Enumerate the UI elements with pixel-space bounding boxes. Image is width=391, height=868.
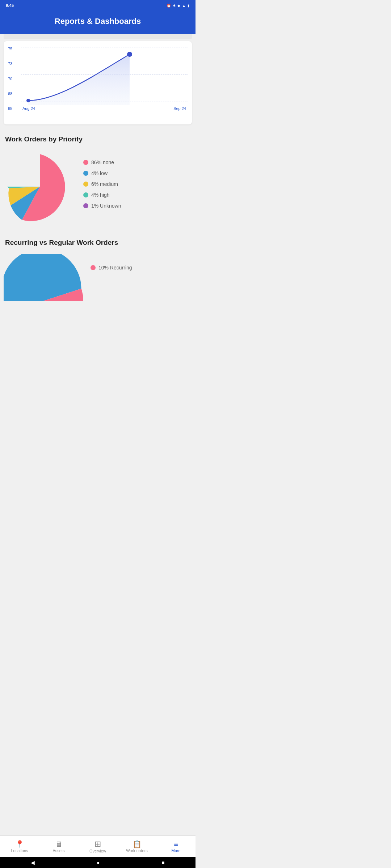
status-bar: 9:45 ⏰ ✱ ◆ ▲ ▮ xyxy=(0,0,196,10)
line-chart-card: 75 73 70 68 65 xyxy=(4,41,192,124)
y-label-73: 73 xyxy=(8,62,12,66)
alarm-icon: ⏰ xyxy=(167,4,171,8)
legend-label-high: 4% high xyxy=(91,192,110,198)
scroll-hint xyxy=(4,34,192,39)
legend-dot-medium xyxy=(83,182,88,187)
legend-label-none: 86% none xyxy=(91,159,114,165)
signal-icon: ▲ xyxy=(182,4,186,8)
recurring-section: Recurring vs Regular Work Orders xyxy=(0,234,196,305)
x-axis: Aug 24 Sep 24 xyxy=(21,106,188,111)
y-label-68: 68 xyxy=(8,92,12,96)
legend-label-low: 4% low xyxy=(91,170,108,176)
line-chart-svg xyxy=(21,47,188,109)
priority-pie-chart xyxy=(4,150,76,223)
legend-low: 4% low xyxy=(83,170,190,176)
x-label-aug: Aug 24 xyxy=(22,106,35,111)
legend-recurring: 10% Recurring xyxy=(91,265,132,271)
svg-point-0 xyxy=(26,99,30,102)
legend-dot-high xyxy=(83,192,88,197)
main-content: 75 73 70 68 65 xyxy=(0,34,196,337)
app-header: Reports & Dashboards xyxy=(0,10,196,34)
y-axis: 75 73 70 68 65 xyxy=(8,47,12,111)
legend-dot-none xyxy=(83,160,88,165)
chart-area: Aug 24 Sep 24 xyxy=(21,47,188,111)
legend-medium: 6% medium xyxy=(83,181,190,187)
legend-label-medium: 6% medium xyxy=(91,181,118,187)
legend-dot-low xyxy=(83,171,88,176)
status-icons: ⏰ ✱ ◆ ▲ ▮ xyxy=(167,4,190,8)
priority-pie-wrapper: 86% none 4% low 6% medium 4% high 1% Unk… xyxy=(0,147,196,226)
legend-high: 4% high xyxy=(83,192,190,198)
recurring-pie-chart xyxy=(4,254,83,305)
legend-none: 86% none xyxy=(83,159,190,165)
work-orders-priority-section: Work Orders by Priority xyxy=(0,130,196,234)
y-label-70: 70 xyxy=(8,77,12,81)
recurring-title: Recurring vs Regular Work Orders xyxy=(0,234,196,250)
status-time: 9:45 xyxy=(6,3,14,8)
y-label-75: 75 xyxy=(8,47,12,51)
legend-dot-unknown xyxy=(83,203,88,208)
legend-label-recurring: 10% Recurring xyxy=(98,265,132,271)
legend-label-unknown: 1% Unknown xyxy=(91,203,121,209)
page-title: Reports & Dashboards xyxy=(6,17,190,26)
y-label-65: 65 xyxy=(8,107,12,111)
wifi-icon: ◆ xyxy=(177,4,180,8)
battery-icon: ▮ xyxy=(188,4,190,8)
recurring-legend: 10% Recurring xyxy=(91,254,132,276)
recurring-pie-wrapper: 10% Recurring xyxy=(0,250,196,305)
svg-point-1 xyxy=(127,52,132,57)
legend-dot-recurring xyxy=(91,265,96,270)
priority-legend: 86% none 4% low 6% medium 4% high 1% Unk… xyxy=(83,159,190,214)
bluetooth-icon: ✱ xyxy=(173,4,176,8)
work-orders-title: Work Orders by Priority xyxy=(0,130,196,147)
x-label-sep: Sep 24 xyxy=(173,106,186,111)
line-chart-container: 75 73 70 68 65 xyxy=(8,47,188,119)
legend-unknown: 1% Unknown xyxy=(83,203,190,209)
